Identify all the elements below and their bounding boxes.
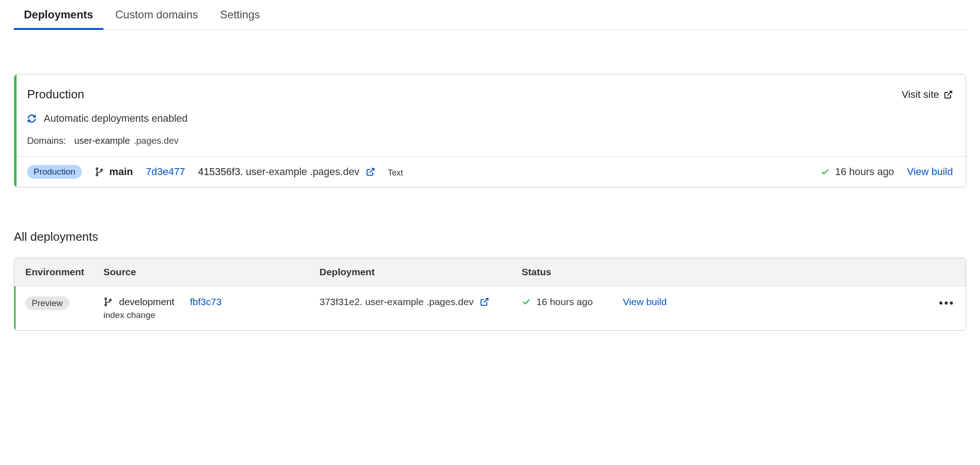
branch-icon [103, 297, 113, 306]
svg-line-0 [947, 91, 952, 95]
refresh-icon [27, 114, 36, 123]
table-header: Environment Source Deployment Status [14, 258, 966, 286]
deployment-url[interactable]: 415356f3. user-example .pages.dev [198, 166, 375, 178]
deployments-table: Environment Source Deployment Status Pre… [14, 258, 966, 331]
url-project: user-example [246, 166, 307, 178]
tab-settings[interactable]: Settings [220, 8, 260, 29]
svg-point-2 [96, 174, 98, 176]
branch-icon [95, 167, 104, 176]
url-hash: 415356f3. [198, 166, 243, 178]
text-label: Text [388, 168, 403, 179]
svg-point-5 [105, 298, 107, 300]
table-row: Preview development fbf3c73 index change… [14, 286, 966, 330]
tab-custom-domains[interactable]: Custom domains [115, 8, 198, 29]
col-deployment: Deployment [319, 267, 522, 278]
url-project: user-example [365, 296, 423, 307]
production-deployment-row: Production main 7d3e477 415356f3. user-e… [14, 156, 966, 187]
auto-deployments-label: Automatic deployments enabled [44, 113, 188, 125]
external-link-icon [366, 167, 375, 176]
environment-badge: Preview [25, 296, 69, 310]
domains-label: Domains: [27, 136, 66, 146]
all-deployments-title: All deployments [14, 230, 966, 244]
svg-point-6 [105, 304, 107, 306]
url-hash: 373f31e2. [319, 296, 362, 307]
commit-link[interactable]: fbf3c73 [190, 296, 222, 307]
check-icon [522, 297, 531, 306]
svg-point-1 [96, 168, 98, 170]
col-environment: Environment [25, 267, 103, 278]
check-icon [820, 167, 830, 176]
view-build-link[interactable]: View build [623, 296, 667, 307]
environment-badge: Production [27, 165, 82, 179]
external-link-icon [944, 90, 953, 99]
view-build-link[interactable]: View build [907, 166, 953, 178]
tab-bar: Deployments Custom domains Settings [14, 0, 966, 30]
svg-point-7 [109, 299, 111, 301]
svg-line-8 [484, 299, 488, 303]
more-actions-button[interactable]: ••• [939, 296, 955, 309]
domain-suffix: .pages.dev [134, 136, 179, 146]
url-suffix: .pages.dev [310, 166, 359, 178]
auto-deployments-status: Automatic deployments enabled [27, 113, 953, 125]
branch-name: development [119, 296, 174, 307]
col-status: Status [522, 267, 623, 278]
status-time: 16 hours ago [536, 296, 593, 307]
domains-row: Domains: user-example .pages.dev [27, 136, 953, 146]
commit-link[interactable]: 7d3e477 [146, 166, 185, 178]
svg-point-3 [101, 169, 103, 171]
commit-message: index change [103, 310, 319, 320]
svg-line-4 [370, 169, 374, 173]
url-suffix: .pages.dev [427, 296, 474, 307]
production-title: Production [27, 87, 84, 102]
branch-name: main [109, 166, 133, 178]
domain-project[interactable]: user-example [74, 136, 130, 146]
status-time: 16 hours ago [835, 166, 894, 178]
external-link-icon [480, 297, 489, 306]
production-card: Production Visit site Automatic deployme… [14, 74, 966, 187]
visit-site-link[interactable]: Visit site [901, 89, 953, 101]
col-source: Source [103, 267, 319, 278]
deployment-url[interactable]: 373f31e2. user-example .pages.dev [319, 296, 522, 307]
visit-site-label: Visit site [901, 89, 939, 101]
tab-deployments[interactable]: Deployments [24, 8, 93, 29]
